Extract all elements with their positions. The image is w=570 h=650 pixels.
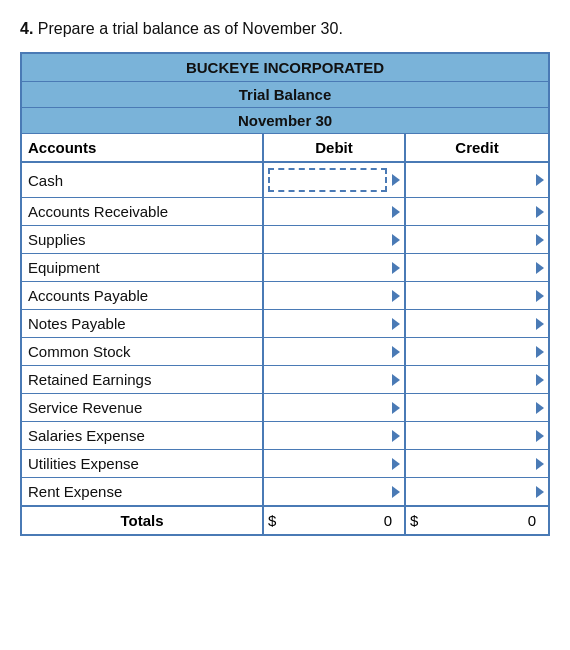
arrow-icon — [536, 346, 544, 358]
arrow-icon — [392, 174, 400, 186]
credit-cell — [406, 310, 548, 337]
company-name: BUCKEYE INCORPORATED — [22, 54, 548, 82]
arrow-icon — [536, 318, 544, 330]
account-cell: Cash — [22, 163, 264, 197]
debit-cell[interactable] — [264, 338, 406, 365]
arrow-icon — [536, 374, 544, 386]
arrow-icon — [392, 430, 400, 442]
credit-col-header: Credit — [406, 134, 548, 161]
credit-value: 0 — [528, 512, 544, 529]
arrow-icon — [392, 458, 400, 470]
table-row: Rent Expense — [22, 478, 548, 505]
account-cell: Notes Payable — [22, 310, 264, 337]
arrow-icon — [392, 234, 400, 246]
debit-dollar: $ — [268, 512, 276, 529]
account-cell: Retained Earnings — [22, 366, 264, 393]
table-row: Supplies — [22, 226, 548, 254]
arrow-icon — [392, 402, 400, 414]
credit-cell — [406, 163, 548, 197]
table-row: Notes Payable — [22, 310, 548, 338]
table-row: Accounts Payable — [22, 282, 548, 310]
account-cell: Utilities Expense — [22, 450, 264, 477]
table-row: Common Stock — [22, 338, 548, 366]
arrow-icon — [392, 486, 400, 498]
account-cell: Accounts Receivable — [22, 198, 264, 225]
debit-cell[interactable] — [264, 478, 406, 505]
question-text: Prepare a trial balance as of November 3… — [38, 20, 343, 37]
account-cell: Rent Expense — [22, 478, 264, 505]
debit-input-cash[interactable] — [268, 168, 387, 192]
credit-cell — [406, 226, 548, 253]
arrow-icon — [536, 402, 544, 414]
arrow-icon — [536, 234, 544, 246]
account-cell: Salaries Expense — [22, 422, 264, 449]
arrow-icon — [536, 206, 544, 218]
credit-cell — [406, 366, 548, 393]
arrow-icon — [392, 206, 400, 218]
question-label: 4. Prepare a trial balance as of Novembe… — [20, 20, 550, 38]
table-row: Cash — [22, 163, 548, 198]
credit-cell — [406, 338, 548, 365]
arrow-icon — [536, 458, 544, 470]
credit-cell — [406, 282, 548, 309]
account-cell: Equipment — [22, 254, 264, 281]
debit-cell[interactable] — [264, 422, 406, 449]
table-row: Equipment — [22, 254, 548, 282]
trial-balance-table: BUCKEYE INCORPORATED Trial Balance Novem… — [20, 52, 550, 536]
totals-row: Totals $ 0 $ 0 — [22, 505, 548, 534]
debit-cell[interactable] — [264, 163, 406, 197]
credit-dollar: $ — [410, 512, 418, 529]
data-rows: Accounts Receivable Supplies Equipment — [22, 198, 548, 505]
credit-cell — [406, 254, 548, 281]
table-row: Retained Earnings — [22, 366, 548, 394]
table-date: November 30 — [22, 108, 548, 134]
account-col-header: Accounts — [22, 134, 264, 161]
table-title: Trial Balance — [22, 82, 548, 108]
arrow-icon — [536, 430, 544, 442]
totals-credit: $ 0 — [406, 507, 548, 534]
column-headers: Accounts Debit Credit — [22, 134, 548, 163]
debit-cell[interactable] — [264, 310, 406, 337]
debit-cell[interactable] — [264, 282, 406, 309]
table-row: Service Revenue — [22, 394, 548, 422]
credit-cell — [406, 394, 548, 421]
credit-cell — [406, 478, 548, 505]
arrow-icon — [536, 174, 544, 186]
arrow-icon — [536, 486, 544, 498]
debit-value: 0 — [384, 512, 400, 529]
totals-label: Totals — [22, 507, 264, 534]
debit-cell[interactable] — [264, 366, 406, 393]
table-row: Accounts Receivable — [22, 198, 548, 226]
arrow-icon — [392, 346, 400, 358]
question-number: 4. — [20, 20, 33, 37]
arrow-icon — [536, 262, 544, 274]
account-cell: Service Revenue — [22, 394, 264, 421]
debit-cell[interactable] — [264, 450, 406, 477]
account-cell: Supplies — [22, 226, 264, 253]
account-cell: Accounts Payable — [22, 282, 264, 309]
arrow-icon — [392, 318, 400, 330]
totals-debit: $ 0 — [264, 507, 406, 534]
arrow-icon — [392, 374, 400, 386]
table-row: Utilities Expense — [22, 450, 548, 478]
debit-cell[interactable] — [264, 254, 406, 281]
table-row: Salaries Expense — [22, 422, 548, 450]
credit-cell — [406, 198, 548, 225]
credit-cell — [406, 422, 548, 449]
debit-col-header: Debit — [264, 134, 406, 161]
debit-cell[interactable] — [264, 226, 406, 253]
arrow-icon — [536, 290, 544, 302]
debit-cell[interactable] — [264, 198, 406, 225]
debit-cell[interactable] — [264, 394, 406, 421]
arrow-icon — [392, 262, 400, 274]
arrow-icon — [392, 290, 400, 302]
account-cell: Common Stock — [22, 338, 264, 365]
credit-cell — [406, 450, 548, 477]
